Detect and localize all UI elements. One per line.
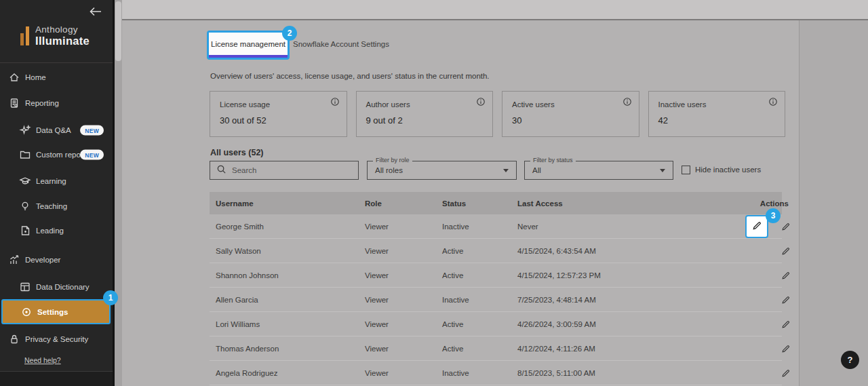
- sidebar-item-data-qa[interactable]: Data Q&A NEW: [0, 121, 113, 140]
- filter-label: Filter by status: [530, 157, 576, 163]
- tab-license-management[interactable]: License management: [209, 33, 288, 58]
- filter-by-status-dropdown[interactable]: Filter by status All: [524, 161, 673, 180]
- cell-role: Viewer: [365, 296, 442, 304]
- app-root: Anthology Illuminate Home Reporting Data…: [0, 0, 868, 386]
- data-dictionary-icon: [19, 281, 31, 293]
- card-title: License usage: [220, 100, 337, 109]
- sidebar-item-label: Privacy & Security: [25, 335, 88, 343]
- edit-user-button[interactable]: [780, 343, 792, 355]
- back-arrow-icon: [89, 9, 102, 19]
- logo-line1: Anthology: [35, 24, 90, 35]
- sidebar-item-label: Data Dictionary: [36, 283, 90, 291]
- info-icon[interactable]: [768, 97, 778, 109]
- filter-value: All: [532, 166, 541, 174]
- reporting-icon: [8, 97, 20, 109]
- summary-cards: License usage 30 out of 52 Author users …: [210, 91, 785, 137]
- sidebar-item-settings[interactable]: Settings: [1, 299, 111, 324]
- custom-reports-icon: [19, 149, 31, 161]
- need-help-link[interactable]: Need help?: [24, 356, 61, 364]
- card-value: 30: [512, 115, 629, 126]
- cell-username: Allen Garcia: [216, 296, 365, 304]
- filter-value: All roles: [375, 166, 403, 174]
- cell-role: Viewer: [365, 223, 442, 231]
- leading-icon: [19, 225, 31, 237]
- table-row: Shannon Johnson Viewer Active 4/15/2024,…: [210, 263, 782, 288]
- filter-label: Filter by role: [373, 157, 412, 163]
- cell-status: Active: [442, 271, 517, 279]
- table-row: Angela Rodriguez Viewer Inactive 8/15/20…: [210, 361, 782, 385]
- edit-user-button[interactable]: [780, 269, 792, 282]
- sidebar-item-leading[interactable]: Leading: [0, 221, 113, 240]
- sidebar-item-home[interactable]: Home: [0, 68, 113, 87]
- cell-role: Viewer: [365, 271, 442, 279]
- sidebar-item-custom-reports[interactable]: Custom reports NEW: [0, 145, 113, 164]
- table-row: Sally Watson Viewer Active 4/15/2024, 6:…: [210, 239, 782, 263]
- cell-role: Viewer: [365, 345, 442, 353]
- edit-user-button[interactable]: [780, 367, 792, 379]
- cell-username: Thomas Anderson: [216, 345, 365, 353]
- card-value: 30 out of 52: [220, 115, 337, 126]
- cell-status: Inactive: [442, 369, 517, 377]
- hide-inactive-users-label: Hide inactive users: [695, 166, 761, 174]
- cell-username: Sally Watson: [216, 247, 365, 255]
- sidebar-item-privacy-security[interactable]: Privacy & Security: [0, 330, 113, 349]
- search-input[interactable]: [232, 166, 340, 174]
- col-last-access: Last Access: [517, 199, 746, 208]
- sidebar-divider: [0, 62, 113, 63]
- edit-user-button[interactable]: [780, 220, 792, 233]
- info-icon[interactable]: [476, 97, 486, 109]
- search-box: [210, 161, 359, 180]
- overview-text: Overview of users' access, license usage…: [210, 72, 490, 80]
- card-value: 9 out of 2: [366, 115, 484, 126]
- edit-user-button[interactable]: [780, 294, 792, 306]
- teaching-icon: [19, 200, 31, 212]
- search-icon: [210, 164, 226, 177]
- card-license-usage: License usage 30 out of 52: [210, 91, 347, 137]
- col-username: Username: [216, 199, 365, 208]
- col-status: Status: [442, 199, 517, 208]
- cell-last-access: 4/15/2024, 6:43:54 AM: [517, 247, 746, 255]
- sidebar-item-teaching[interactable]: Teaching: [0, 197, 113, 216]
- tab-snowflake-account-settings[interactable]: Snowflake Account Settings: [293, 40, 389, 48]
- sidebar-item-label: Home: [25, 73, 46, 81]
- sidebar-item-reporting[interactable]: Reporting: [0, 94, 113, 113]
- sidebar-item-learning[interactable]: Learning: [0, 172, 113, 191]
- pencil-icon: [752, 220, 762, 233]
- filter-by-role-dropdown[interactable]: Filter by role All roles: [367, 161, 517, 180]
- cell-status: Inactive: [442, 223, 517, 231]
- card-title: Author users: [366, 100, 484, 109]
- table-row: Thomas Anderson Viewer Active 4/12/2024,…: [210, 336, 782, 361]
- caret-down-icon: [660, 169, 665, 172]
- all-users-heading: All users (52): [210, 148, 264, 157]
- info-icon[interactable]: [623, 97, 632, 109]
- collapse-sidebar-button[interactable]: [88, 5, 103, 19]
- info-icon[interactable]: [330, 97, 340, 109]
- sidebar-item-data-dictionary[interactable]: Data Dictionary: [0, 277, 113, 296]
- lock-icon: [8, 333, 20, 345]
- hide-inactive-users-checkbox[interactable]: [682, 166, 690, 174]
- data-qa-icon: [19, 124, 31, 136]
- cell-last-access: 4/15/2024, 12:57:23 PM: [517, 271, 746, 279]
- sidebar-bottom-strip: [0, 372, 113, 386]
- sidebar-item-developer[interactable]: Developer: [0, 250, 113, 269]
- cell-username: Shannon Johnson: [216, 271, 365, 279]
- col-actions: Actions: [753, 199, 789, 208]
- new-badge: NEW: [80, 126, 104, 136]
- cell-status: Inactive: [442, 296, 517, 304]
- card-value: 42: [658, 115, 776, 126]
- cell-status: Active: [442, 247, 517, 255]
- cell-last-access: Never: [517, 223, 746, 231]
- cell-role: Viewer: [365, 320, 442, 328]
- sidebar-item-label: Data Q&A: [36, 126, 71, 134]
- edit-user-button[interactable]: [780, 245, 792, 257]
- help-button[interactable]: ?: [841, 351, 859, 369]
- annotation-outline-edit-button[interactable]: [745, 215, 768, 238]
- new-badge: NEW: [80, 150, 104, 160]
- cell-status: Active: [442, 345, 517, 353]
- edit-user-button[interactable]: [780, 318, 792, 330]
- card-title: Inactive users: [658, 100, 776, 109]
- sidebar-item-label: Learning: [36, 177, 66, 185]
- scrollbar-thumb[interactable]: [115, 1, 121, 61]
- annotation-badge-1: 1: [103, 290, 118, 305]
- table-row: Allen Garcia Viewer Inactive 7/25/2023, …: [210, 288, 782, 312]
